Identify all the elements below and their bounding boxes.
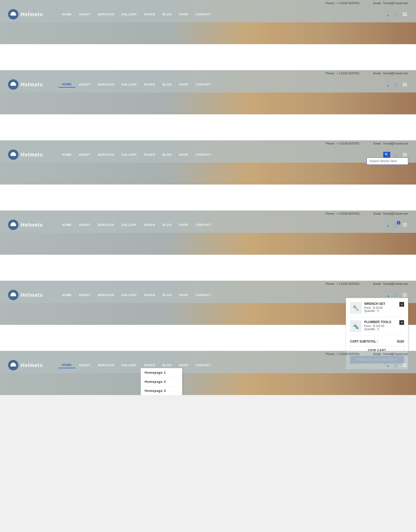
nav-home-2[interactable]: HOME (58, 81, 75, 88)
hamburger-button-3[interactable] (401, 152, 408, 157)
nav-contact-6[interactable]: CONTACT (192, 362, 215, 368)
cart-button-4[interactable]: 🛒 3 (392, 222, 399, 228)
hamburger-button-1[interactable] (401, 12, 408, 17)
nav-pages-6[interactable]: PAGES Homepage 1 Homepage 2 Homepage 3 (141, 362, 159, 368)
top-bar-3: Phone : + 2 0106 5370701 | Email : 7oroo… (8, 140, 408, 147)
nav-blog-2[interactable]: BLOG (159, 82, 176, 87)
search-button-1[interactable]: 🔍 (383, 11, 390, 17)
nav-blog-4[interactable]: BLOG (159, 222, 176, 228)
nav-bar-1: Helmets HOME ABOUT SERVICES GALLERY PAGE… (8, 6, 408, 22)
nav-services-2[interactable]: SERVICES (94, 82, 118, 87)
nav-home-4[interactable]: HOME (58, 222, 75, 228)
top-bar-5: Phone : + 2 0106 5370701 | Email : 7oroo… (8, 281, 408, 287)
dropdown-item-3[interactable]: Homepage 3 (141, 386, 182, 395)
header-section-4: Phone : + 2 0106 5370701 | Email : 7oroo… (0, 211, 416, 255)
nav-pages-3[interactable]: PAGES (141, 152, 159, 157)
nav-blog-1[interactable]: BLOG (159, 11, 176, 17)
nav-gallery-2[interactable]: GALLERY (118, 82, 140, 87)
nav-shop-6[interactable]: SHOP (176, 362, 192, 368)
cart-button-6[interactable]: 🛒 (392, 362, 399, 368)
hamburger-button-4[interactable] (401, 222, 408, 227)
nav-home-3[interactable]: HOME (58, 152, 75, 157)
nav-home-1[interactable]: HOME (58, 11, 75, 17)
search-button-2[interactable]: 🔍 (383, 82, 390, 87)
search-button-5[interactable]: 🔍 (383, 292, 390, 298)
hamburger-button-2[interactable] (401, 82, 408, 87)
phone-text-2: Phone : + 2 0106 5370701 (326, 72, 360, 75)
nav-about-2[interactable]: ABOUT (75, 82, 94, 87)
cart-item-1-info: WRENCH SET Price : $ 20.00 Quantity : 2 (364, 302, 404, 312)
cart-item-1-remove[interactable]: ✕ (399, 302, 404, 307)
header-section-2: Phone : + 2 0106 5370701 | Email : 7oroo… (0, 70, 416, 114)
nav-gallery-5[interactable]: GALLERY (118, 292, 140, 298)
nav-services-4[interactable]: SERVICES (94, 222, 118, 228)
nav-pages-4[interactable]: PAGES (141, 222, 159, 228)
cart-item-2-remove[interactable]: ✕ (399, 320, 404, 325)
nav-shop-3[interactable]: SHOP (176, 152, 192, 157)
svg-rect-9 (10, 295, 16, 296)
logo-text-6: Helmets (21, 362, 43, 368)
hamburger-button-6[interactable] (401, 363, 408, 367)
nav-pages-5[interactable]: PAGES (141, 292, 159, 298)
gap-4 (0, 255, 416, 281)
divider-4: | (366, 212, 367, 215)
divider-5: | (366, 282, 367, 285)
nav-services-6[interactable]: SERVICES (94, 362, 118, 368)
nav-icons-1: 🔍 🛒 (383, 11, 408, 17)
nav-shop-2[interactable]: SHOP (176, 82, 192, 87)
nav-home-6[interactable]: HOME (58, 362, 75, 368)
search-button-4[interactable]: 🔍 (383, 222, 390, 228)
logo-icon-1 (8, 9, 19, 20)
nav-about-3[interactable]: ABOUT (75, 152, 94, 157)
email-text-5: Email : 7oroof@7oroof.com (373, 282, 408, 285)
nav-blog-5[interactable]: BLOG (159, 292, 176, 298)
search-input[interactable] (367, 157, 408, 165)
nav-about-6[interactable]: ABOUT (75, 362, 94, 368)
nav-contact-5[interactable]: CONTACT (192, 292, 215, 298)
nav-gallery-3[interactable]: GALLERY (118, 152, 140, 157)
nav-shop-4[interactable]: SHOP (176, 222, 192, 228)
cart-button-2[interactable]: 🛒 (392, 82, 399, 87)
hamburger-button-5[interactable] (401, 293, 408, 297)
logo-area-2: Helmets (8, 79, 43, 90)
nav-about-5[interactable]: ABOUT (75, 292, 94, 298)
nav-contact-3[interactable]: CONTACT (192, 152, 215, 157)
hamburger-line (403, 83, 407, 83)
hamburger-line (403, 154, 407, 155)
pages-dropdown: Homepage 1 Homepage 2 Homepage 3 (141, 368, 182, 395)
nav-icons-4: 🔍 🛒 3 (383, 222, 408, 228)
cart-button-1[interactable]: 🛒 (392, 11, 399, 17)
nav-about-4[interactable]: ABOUT (75, 222, 94, 228)
nav-pages-2[interactable]: PAGES (141, 82, 159, 87)
cart-button-5[interactable]: 🛒 (392, 292, 399, 298)
dropdown-item-1[interactable]: Homepage 1 (141, 368, 182, 377)
logo-icon-2 (8, 79, 19, 90)
nav-blog-3[interactable]: BLOG (159, 152, 176, 157)
nav-pages-1[interactable]: PAGES (141, 11, 159, 17)
header-bar-2: Phone : + 2 0106 5370701 | Email : 7oroo… (0, 70, 416, 93)
nav-services-3[interactable]: SERVICES (94, 152, 118, 157)
nav-home-5[interactable]: HOME (58, 292, 75, 298)
hamburger-line (403, 15, 407, 16)
nav-services-1[interactable]: SERVICES (94, 11, 118, 17)
nav-contact-2[interactable]: CONTACT (192, 82, 215, 87)
nav-contact-1[interactable]: CONTACT (192, 11, 215, 17)
nav-shop-1[interactable]: SHOP (176, 11, 192, 17)
nav-bar-5: Helmets HOME ABOUT SERVICES GALLERY PAGE… (8, 287, 408, 303)
svg-rect-7 (10, 225, 16, 226)
cart-item-2-qty: Quantity : 3 (364, 327, 404, 331)
nav-gallery-4[interactable]: GALLERY (118, 222, 140, 228)
search-button-6[interactable]: 🔍 (383, 362, 390, 368)
search-button-3[interactable]: 🔍 (383, 152, 390, 157)
hamburger-line (403, 366, 407, 367)
nav-contact-4[interactable]: CONTACT (192, 222, 215, 228)
dropdown-item-2[interactable]: Homepage 2 (141, 377, 182, 386)
nav-services-5[interactable]: SERVICES (94, 292, 118, 298)
nav-shop-5[interactable]: SHOP (176, 292, 192, 298)
nav-gallery-1[interactable]: GALLERY (118, 11, 140, 17)
nav-blog-6[interactable]: BLOG (159, 362, 176, 368)
nav-gallery-6[interactable]: GALLERY (118, 362, 140, 368)
divider: | (366, 2, 367, 5)
nav-about-1[interactable]: ABOUT (75, 11, 94, 17)
cart-button-3[interactable]: 🛒 (392, 152, 399, 157)
